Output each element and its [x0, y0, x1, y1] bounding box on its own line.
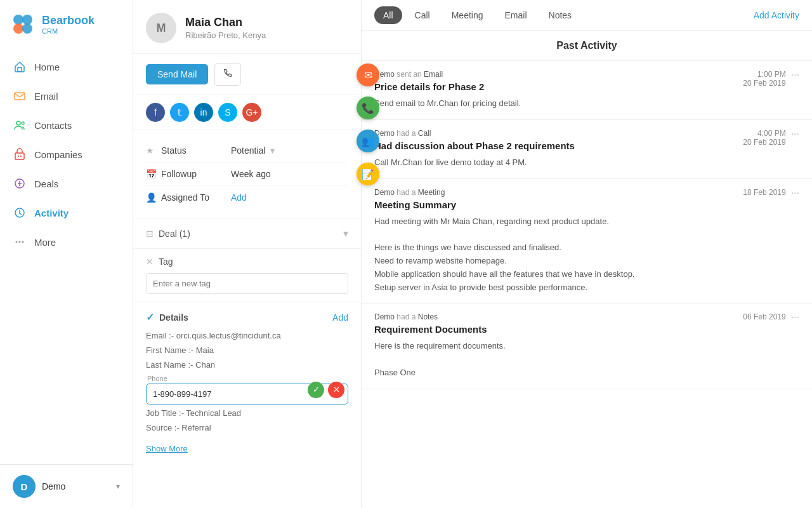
status-field: ★ Status Potential ▾	[146, 139, 348, 163]
fab-call-button[interactable]: 📞	[357, 97, 379, 119]
details-header: ✓ Details Add	[146, 311, 348, 323]
send-mail-button[interactable]: Send Mail	[146, 64, 208, 84]
show-more-link[interactable]: Show More	[146, 444, 188, 453]
phone-input[interactable]: 1-890-899-4197 ✓ ✕	[146, 384, 348, 404]
activity-notes-more-button[interactable]: ···	[791, 312, 799, 323]
fab-meeting-button[interactable]: 👥	[357, 130, 379, 152]
tag-header: ✕ Tag	[146, 257, 348, 267]
activity-meeting-time: 18 Feb 2019	[743, 188, 785, 197]
svg-point-6	[16, 121, 20, 125]
status-chevron-icon: ▾	[270, 145, 275, 156]
svg-point-1	[22, 15, 32, 25]
floating-actions: ✉ 📞 👥 📝	[357, 0, 379, 508]
user-name: Demo	[42, 481, 110, 491]
svg-point-13	[16, 241, 18, 243]
chevron-down-icon: ▾	[116, 482, 120, 491]
details-add-button[interactable]: Add	[332, 312, 348, 323]
activity-notes-time: 06 Feb 2019	[743, 312, 785, 321]
activity-email-type: Email	[424, 70, 443, 79]
tab-meeting[interactable]: Meeting	[443, 6, 492, 24]
activity-item-email-header: Demo sent an Email Price details for Pha…	[362, 61, 812, 97]
more-icon	[13, 235, 27, 249]
phone-value: 1-890-899-4197	[153, 389, 212, 399]
tab-email[interactable]: Email	[496, 6, 536, 24]
facebook-icon[interactable]: f	[146, 103, 165, 122]
phone-cancel-button[interactable]: ✕	[328, 382, 344, 398]
sidebar-item-deals[interactable]: Deals	[0, 169, 133, 198]
tag-section: ✕ Tag	[133, 249, 361, 302]
phone-actions: ✓ ✕	[308, 382, 344, 398]
deal-header[interactable]: ⊟ Deal (1) ▾	[146, 227, 348, 239]
detail-source: Source :- Referral	[146, 423, 348, 432]
contact-panel: M Maia Chan Ribeirão Preto, Kenya Send M…	[133, 0, 362, 508]
person-icon: 👤	[146, 192, 161, 203]
deal-chevron-icon: ▾	[343, 227, 348, 239]
activity-email-body: Send email to Mr.Chan for pricing detail…	[362, 97, 812, 119]
details-header-left: ✓ Details	[146, 311, 188, 323]
activity-item-meeting-header: Demo had a Meeting Meeting Summary 18 Fe…	[362, 179, 812, 215]
activity-notes-meta: Demo had a Notes	[374, 312, 487, 321]
activity-email-content: Demo sent an Email Price details for Pha…	[374, 70, 484, 92]
email-icon	[13, 89, 27, 103]
user-profile[interactable]: D Demo ▾	[0, 464, 133, 508]
activity-meeting-meta: Demo had a Meeting	[374, 188, 456, 197]
tag-input[interactable]	[146, 273, 348, 294]
activity-call-body: Call Mr.Chan for live demo today at 4 PM…	[362, 156, 812, 178]
phone-button[interactable]	[214, 63, 241, 86]
detail-first-name: First Name :- Maia	[146, 345, 348, 355]
add-activity-button[interactable]: Add Activity	[754, 10, 799, 20]
svg-rect-9	[18, 156, 19, 157]
fab-notes-button[interactable]: 📝	[357, 163, 379, 185]
activity-meeting-title: Meeting Summary	[374, 199, 456, 210]
sidebar-item-home-label: Home	[34, 62, 60, 72]
activity-email-title: Price details for Phase 2	[374, 81, 484, 92]
activity-notes-action: had a	[396, 312, 417, 321]
contact-avatar: M	[146, 13, 176, 43]
sidebar-item-home[interactable]: Home	[0, 52, 133, 81]
calendar-icon: 📅	[146, 169, 161, 179]
activity-call-more-button[interactable]: ···	[791, 129, 799, 139]
skype-icon[interactable]: S	[218, 103, 237, 122]
activity-item-email: Demo sent an Email Price details for Pha…	[362, 61, 812, 120]
activity-feed: Demo sent an Email Price details for Pha…	[362, 61, 812, 508]
activity-call-type: Call	[418, 129, 431, 138]
sidebar-item-activity[interactable]: Activity	[0, 198, 133, 227]
fab-email-button[interactable]: ✉	[357, 64, 379, 86]
activity-email-action: sent an	[396, 70, 424, 79]
sidebar-item-contacts-label: Contacts	[34, 120, 72, 131]
activity-item-call-header: Demo had a Call Had discussion about Pha…	[362, 120, 812, 156]
star-icon: ★	[146, 145, 161, 156]
activity-notes-title: Requirement Documents	[374, 324, 487, 335]
tag-x-icon: ✕	[146, 257, 154, 267]
activity-meeting-type: Meeting	[418, 188, 445, 197]
past-activity-header: Past Activity	[362, 31, 812, 61]
status-label: Status	[161, 145, 231, 156]
companies-icon	[13, 147, 27, 161]
activity-panel: All Call Meeting Email Notes Add Activit…	[362, 0, 812, 508]
sidebar-item-more[interactable]: More	[0, 227, 133, 257]
googleplus-icon[interactable]: G+	[242, 103, 261, 122]
tab-notes[interactable]: Notes	[540, 6, 581, 24]
tab-call[interactable]: Call	[406, 6, 439, 24]
svg-point-7	[22, 122, 24, 124]
contact-name: Maia Chan	[185, 16, 266, 29]
activity-meeting-right: 18 Feb 2019 ···	[743, 188, 799, 198]
activity-email-time: 1:00 PM 20 Feb 2019	[743, 70, 785, 88]
activity-email-more-button[interactable]: ···	[791, 70, 799, 80]
sidebar-item-companies[interactable]: Companies	[0, 140, 133, 169]
status-value[interactable]: Potential ▾	[231, 145, 348, 156]
svg-point-14	[19, 241, 21, 243]
linkedin-icon[interactable]: in	[194, 103, 213, 122]
twitter-icon[interactable]: 𝕥	[170, 103, 189, 122]
sidebar-item-contacts[interactable]: Contacts	[0, 110, 133, 140]
activity-notes-type: Notes	[418, 312, 438, 321]
phone-confirm-button[interactable]: ✓	[308, 382, 324, 398]
activity-meeting-body: Had meeting with Mr Maia Chan, regarding…	[362, 215, 812, 304]
deals-icon	[13, 177, 27, 190]
sidebar-item-email[interactable]: Email	[0, 81, 133, 110]
activity-email-right: 1:00 PM 20 Feb 2019 ···	[743, 70, 799, 88]
assigned-add-button[interactable]: Add	[231, 192, 348, 203]
activity-meeting-more-button[interactable]: ···	[791, 188, 799, 198]
phone-edit-container: Phone 1-890-899-4197 ✓ ✕	[146, 375, 348, 404]
contact-location: Ribeirão Preto, Kenya	[185, 30, 266, 40]
